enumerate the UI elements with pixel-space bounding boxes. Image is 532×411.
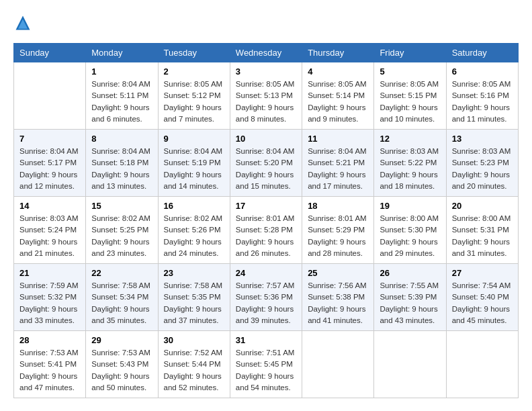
day-number: 21 [19,268,80,278]
calendar-cell: 16Sunrise: 8:02 AMSunset: 5:26 PMDayligh… [158,197,230,264]
day-info: Sunrise: 7:56 AMSunset: 5:38 PMDaylight:… [308,280,368,326]
day-info: Sunrise: 8:05 AMSunset: 5:12 PMDaylight:… [164,79,224,125]
day-number: 15 [91,201,152,211]
day-number: 12 [380,134,440,144]
weekday-header-monday: Monday [86,44,158,62]
weekday-header-thursday: Thursday [302,44,374,62]
day-number: 16 [164,201,224,211]
day-number: 30 [164,335,224,345]
day-info: Sunrise: 8:03 AMSunset: 5:22 PMDaylight:… [380,146,440,192]
calendar-cell: 21Sunrise: 7:59 AMSunset: 5:32 PMDayligh… [14,264,86,331]
calendar-cell: 17Sunrise: 8:01 AMSunset: 5:28 PMDayligh… [230,197,302,264]
weekday-header-wednesday: Wednesday [230,44,302,62]
calendar-cell [14,62,86,130]
day-number: 8 [91,134,152,144]
weekday-header-row: SundayMondayTuesdayWednesdayThursdayFrid… [14,44,519,62]
weekday-header-tuesday: Tuesday [158,44,230,62]
calendar-table: SundayMondayTuesdayWednesdayThursdayFrid… [13,43,519,398]
week-row-4: 21Sunrise: 7:59 AMSunset: 5:32 PMDayligh… [14,264,519,331]
calendar-cell: 8Sunrise: 8:04 AMSunset: 5:18 PMDaylight… [86,130,158,197]
day-info: Sunrise: 7:58 AMSunset: 5:34 PMDaylight:… [91,280,152,326]
calendar-cell: 1Sunrise: 8:04 AMSunset: 5:11 PMDaylight… [86,62,158,130]
day-info: Sunrise: 8:04 AMSunset: 5:20 PMDaylight:… [236,146,296,192]
day-number: 20 [452,201,513,211]
day-info: Sunrise: 7:52 AMSunset: 5:44 PMDaylight:… [164,347,224,394]
week-row-1: 1Sunrise: 8:04 AMSunset: 5:11 PMDaylight… [14,62,519,130]
day-number: 19 [380,201,440,211]
day-info: Sunrise: 8:02 AMSunset: 5:25 PMDaylight:… [91,213,152,259]
day-number: 9 [164,134,224,144]
calendar-cell [374,331,446,398]
day-info: Sunrise: 8:04 AMSunset: 5:21 PMDaylight:… [308,146,368,192]
day-info: Sunrise: 7:57 AMSunset: 5:36 PMDaylight:… [236,280,296,326]
calendar-cell: 10Sunrise: 8:04 AMSunset: 5:20 PMDayligh… [230,130,302,197]
calendar-cell: 18Sunrise: 8:01 AMSunset: 5:29 PMDayligh… [302,197,374,264]
day-info: Sunrise: 7:51 AMSunset: 5:45 PMDaylight:… [236,347,296,394]
day-info: Sunrise: 8:02 AMSunset: 5:26 PMDaylight:… [164,213,224,259]
calendar-cell: 29Sunrise: 7:53 AMSunset: 5:43 PMDayligh… [86,331,158,398]
calendar-cell: 3Sunrise: 8:05 AMSunset: 5:13 PMDaylight… [230,62,302,130]
day-info: Sunrise: 8:05 AMSunset: 5:15 PMDaylight:… [380,79,440,125]
calendar-cell [446,331,518,398]
day-info: Sunrise: 8:05 AMSunset: 5:13 PMDaylight:… [236,79,296,125]
day-number: 14 [19,201,80,211]
day-number: 24 [236,268,296,278]
day-info: Sunrise: 8:05 AMSunset: 5:14 PMDaylight:… [308,79,368,125]
week-row-3: 14Sunrise: 8:03 AMSunset: 5:24 PMDayligh… [14,197,519,264]
calendar-cell: 28Sunrise: 7:53 AMSunset: 5:41 PMDayligh… [14,331,86,398]
day-info: Sunrise: 8:03 AMSunset: 5:24 PMDaylight:… [19,213,80,259]
calendar-cell: 2Sunrise: 8:05 AMSunset: 5:12 PMDaylight… [158,62,230,130]
day-number: 1 [91,66,152,77]
day-number: 29 [91,335,152,345]
calendar-cell: 27Sunrise: 7:54 AMSunset: 5:40 PMDayligh… [446,264,518,331]
calendar-cell: 30Sunrise: 7:52 AMSunset: 5:44 PMDayligh… [158,331,230,398]
day-info: Sunrise: 8:00 AMSunset: 5:31 PMDaylight:… [452,213,513,259]
day-number: 22 [91,268,152,278]
day-number: 5 [380,66,440,77]
day-number: 11 [308,134,368,144]
day-number: 31 [236,335,296,345]
day-number: 4 [308,66,368,77]
week-row-5: 28Sunrise: 7:53 AMSunset: 5:41 PMDayligh… [14,331,519,398]
day-number: 26 [380,268,440,278]
calendar-cell: 15Sunrise: 8:02 AMSunset: 5:25 PMDayligh… [86,197,158,264]
weekday-header-sunday: Sunday [14,44,86,62]
day-number: 25 [308,268,368,278]
calendar-cell: 12Sunrise: 8:03 AMSunset: 5:22 PMDayligh… [374,130,446,197]
logo [13,13,35,32]
day-number: 17 [236,201,296,211]
weekday-header-saturday: Saturday [446,44,518,62]
day-number: 6 [452,66,513,77]
calendar-cell: 5Sunrise: 8:05 AMSunset: 5:15 PMDaylight… [374,62,446,130]
day-number: 10 [236,134,296,144]
calendar-cell: 9Sunrise: 8:04 AMSunset: 5:19 PMDaylight… [158,130,230,197]
day-number: 18 [308,201,368,211]
page-header [13,13,519,32]
day-number: 28 [19,335,80,345]
day-info: Sunrise: 7:53 AMSunset: 5:41 PMDaylight:… [19,347,80,394]
day-number: 13 [452,134,513,144]
day-info: Sunrise: 8:04 AMSunset: 5:18 PMDaylight:… [91,146,152,192]
day-number: 7 [19,134,80,144]
day-number: 3 [236,66,296,77]
day-info: Sunrise: 8:01 AMSunset: 5:29 PMDaylight:… [308,213,368,259]
calendar-cell [302,331,374,398]
day-info: Sunrise: 7:58 AMSunset: 5:35 PMDaylight:… [164,280,224,326]
day-number: 2 [164,66,224,77]
calendar-cell: 14Sunrise: 8:03 AMSunset: 5:24 PMDayligh… [14,197,86,264]
calendar-cell: 20Sunrise: 8:00 AMSunset: 5:31 PMDayligh… [446,197,518,264]
calendar-cell: 23Sunrise: 7:58 AMSunset: 5:35 PMDayligh… [158,264,230,331]
calendar-cell: 25Sunrise: 7:56 AMSunset: 5:38 PMDayligh… [302,264,374,331]
day-info: Sunrise: 7:53 AMSunset: 5:43 PMDaylight:… [91,347,152,394]
calendar-cell: 24Sunrise: 7:57 AMSunset: 5:36 PMDayligh… [230,264,302,331]
calendar-cell: 31Sunrise: 7:51 AMSunset: 5:45 PMDayligh… [230,331,302,398]
day-number: 27 [452,268,513,278]
calendar-cell: 22Sunrise: 7:58 AMSunset: 5:34 PMDayligh… [86,264,158,331]
calendar-cell: 26Sunrise: 7:55 AMSunset: 5:39 PMDayligh… [374,264,446,331]
day-info: Sunrise: 7:55 AMSunset: 5:39 PMDaylight:… [380,280,440,326]
day-info: Sunrise: 8:01 AMSunset: 5:28 PMDaylight:… [236,213,296,259]
week-row-2: 7Sunrise: 8:04 AMSunset: 5:17 PMDaylight… [14,130,519,197]
day-info: Sunrise: 7:59 AMSunset: 5:32 PMDaylight:… [19,280,80,326]
day-info: Sunrise: 8:00 AMSunset: 5:30 PMDaylight:… [380,213,440,259]
day-info: Sunrise: 7:54 AMSunset: 5:40 PMDaylight:… [452,280,513,326]
